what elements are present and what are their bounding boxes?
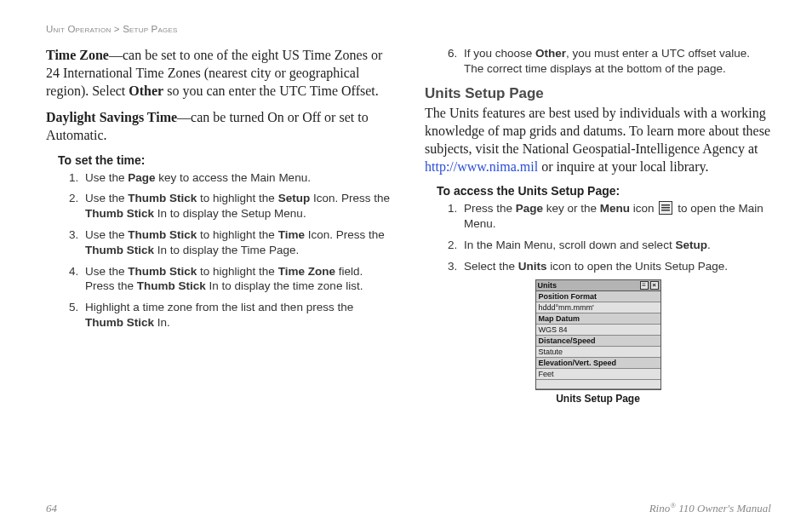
term-other: Other <box>129 83 163 98</box>
svg-rect-1 <box>661 204 670 206</box>
list-item: Press the Page key or the Menu icon to o… <box>460 201 771 232</box>
close-icon: × <box>650 281 659 290</box>
figure-row-label: Distance/Speed <box>536 336 660 347</box>
figure-row-value: WGS 84 <box>536 325 660 336</box>
right-column: If you choose Other, you must enter a UT… <box>425 46 771 405</box>
steps-access-units: Press the Page key or the Menu icon to o… <box>425 201 771 273</box>
heading-units-setup: Units Setup Page <box>425 85 771 102</box>
list-item: Use the Page key to access the Main Menu… <box>82 170 392 186</box>
figure-title-text: Units <box>538 281 558 290</box>
left-column: Time Zone—can be set to one of the eight… <box>46 46 392 405</box>
para-units-intro: The Units features are best used by indi… <box>425 104 771 175</box>
list-item: If you choose Other, you must enter a UT… <box>460 46 771 77</box>
svg-rect-2 <box>661 207 670 209</box>
breadcrumb-sep: > <box>114 24 120 34</box>
figure-row-value: hddd°mm.mmm' <box>536 302 660 313</box>
list-item: Use the Thumb Stick to highlight the Set… <box>82 191 392 221</box>
figure-row-value: Feet <box>536 369 660 380</box>
figure-row-label: Map Datum <box>536 313 660 325</box>
list-item: Use the Thumb Stick to highlight the Tim… <box>82 227 392 258</box>
figure-row-label: Position Format <box>536 291 660 302</box>
page-footer: 64 Rino® 110 Owner's Manual <box>46 501 771 515</box>
para-dst: Daylight Savings Time—can be turned On o… <box>46 108 392 144</box>
menu-icon: ≡ <box>640 281 649 290</box>
breadcrumb-a: Unit Operation <box>46 24 111 34</box>
page-number: 64 <box>46 502 57 515</box>
list-item: Select the Units icon to open the Units … <box>460 259 771 274</box>
list-item: Use the Thumb Stick to highlight the Tim… <box>82 264 392 295</box>
breadcrumb: Unit Operation > Setup Pages <box>46 24 771 34</box>
content-columns: Time Zone—can be set to one of the eight… <box>46 46 771 405</box>
figure-row-label: Elevation/Vert. Speed <box>536 358 660 369</box>
term-time-zone: Time Zone <box>46 48 109 62</box>
menu-icon <box>659 201 672 215</box>
steps-set-time: Use the Page key to access the Main Menu… <box>46 170 392 331</box>
para-time-zone: Time Zone—can be set to one of the eight… <box>46 46 392 100</box>
figure-screenshot: Units ≡ × Position Format hddd°mm.mmm' M… <box>535 279 661 390</box>
figure-units-setup: Units ≡ × Position Format hddd°mm.mmm' M… <box>535 279 661 405</box>
figure-titlebar: Units ≡ × <box>536 280 660 291</box>
heading-set-time: To set the time: <box>58 153 392 167</box>
manual-title: Rino® 110 Owner's Manual <box>649 501 771 515</box>
breadcrumb-b: Setup Pages <box>123 24 177 34</box>
heading-access-units: To access the Units Setup Page: <box>437 184 771 198</box>
list-item: Highlight a time zone from the list and … <box>82 300 392 331</box>
figure-caption: Units Setup Page <box>535 393 661 405</box>
figure-row-value: Statute <box>536 347 660 358</box>
figure-row-blank <box>536 380 660 389</box>
term-dst: Daylight Savings Time <box>46 110 177 124</box>
svg-rect-3 <box>661 210 670 211</box>
steps-set-time-cont: If you choose Other, you must enter a UT… <box>425 46 771 77</box>
list-item: In the Main Menu, scroll down and select… <box>460 238 771 253</box>
link-nima[interactable]: http://www.nima.mil <box>425 159 538 174</box>
